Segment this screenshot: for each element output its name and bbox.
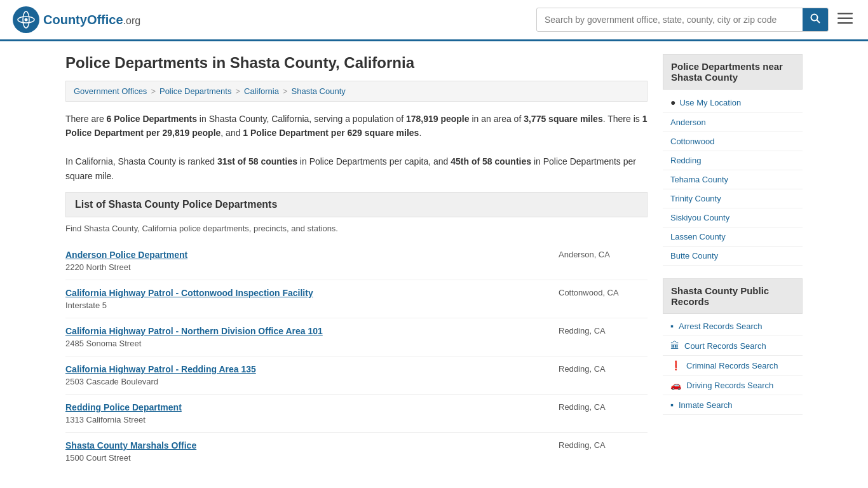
table-row: California Highway Patrol - Northern Div… bbox=[65, 318, 648, 356]
sidebar-nearby-link[interactable]: Siskiyou County bbox=[663, 208, 803, 227]
dept-info: Redding Police Department 1313 Californi… bbox=[65, 402, 182, 424]
sidebar-nearby-section: Police Departments near Shasta County ● … bbox=[663, 54, 803, 266]
table-row: California Highway Patrol - Cottonwood I… bbox=[65, 280, 648, 318]
dept-city: Redding, CA bbox=[559, 364, 648, 374]
court-icon: 🏛 bbox=[670, 341, 679, 351]
list-section-header: List of Shasta County Police Departments bbox=[65, 192, 648, 217]
use-location-label: Use My Location bbox=[679, 98, 741, 107]
dept-name-link[interactable]: Shasta County Marshals Office bbox=[65, 440, 196, 451]
search-bar bbox=[536, 8, 829, 32]
dept-address: 1313 California Street bbox=[65, 415, 146, 424]
description-block: There are 6 Police Departments in Shasta… bbox=[65, 112, 648, 183]
dept-name-link[interactable]: California Highway Patrol - Cottonwood I… bbox=[65, 288, 313, 298]
sidebar-nearby-link[interactable]: Anderson bbox=[663, 113, 803, 132]
list-section-subtitle: Find Shasta County, California police de… bbox=[65, 224, 648, 233]
criminal-icon: ❗ bbox=[670, 360, 681, 370]
sidebar-record-link[interactable]: ❗ Criminal Records Search bbox=[663, 356, 803, 376]
dept-name-link[interactable]: California Highway Patrol - Redding Area… bbox=[65, 364, 256, 374]
svg-rect-6 bbox=[837, 13, 853, 15]
dept-info: Anderson Police Department 2220 North St… bbox=[65, 250, 187, 272]
bold-rank2: 45th of 58 counties bbox=[451, 156, 531, 166]
table-row: Anderson Police Department 2220 North St… bbox=[65, 242, 648, 280]
sidebar-record-link[interactable]: ▪ Inmate Search bbox=[663, 395, 803, 415]
sidebar: Police Departments near Shasta County ● … bbox=[663, 54, 803, 470]
bold-per-sq: 1 Police Department per 629 square miles bbox=[243, 128, 419, 138]
sidebar-nearby-link[interactable]: Butte County bbox=[663, 247, 803, 266]
bold-rank1: 31st of 58 counties bbox=[217, 156, 297, 166]
logo-area: CountyOffice.org bbox=[13, 6, 140, 33]
breadcrumb-sep-2: > bbox=[235, 86, 240, 96]
dept-city: Redding, CA bbox=[559, 402, 648, 412]
sidebar-nearby-link[interactable]: Cottonwood bbox=[663, 132, 803, 151]
breadcrumb-item-california[interactable]: California bbox=[244, 86, 279, 96]
breadcrumb-item-shasta[interactable]: Shasta County bbox=[292, 86, 346, 96]
search-button[interactable] bbox=[803, 8, 828, 31]
dept-city: Anderson, CA bbox=[559, 250, 648, 259]
page-title: Police Departments in Shasta County, Cal… bbox=[65, 54, 648, 72]
svg-point-4 bbox=[811, 15, 818, 21]
table-row: California Highway Patrol - Redding Area… bbox=[65, 356, 648, 395]
search-input[interactable] bbox=[537, 10, 803, 30]
nearby-links-container: AndersonCottonwoodReddingTehama CountyTr… bbox=[663, 113, 803, 266]
bold-count: 6 Police Departments bbox=[107, 114, 197, 124]
arrest-icon: ▪ bbox=[670, 321, 674, 331]
bold-pop: 178,919 people bbox=[406, 114, 470, 124]
svg-rect-7 bbox=[837, 18, 853, 20]
inmate-icon: ▪ bbox=[670, 400, 674, 410]
sidebar-record-link[interactable]: 🏛 Court Records Search bbox=[663, 336, 803, 356]
dept-name-link[interactable]: Redding Police Department bbox=[65, 402, 182, 412]
dept-name-link[interactable]: California Highway Patrol - Northern Div… bbox=[65, 326, 323, 336]
menu-button[interactable] bbox=[835, 9, 855, 30]
dept-address: 2503 Cascade Boulevard bbox=[65, 377, 158, 386]
dept-city: Cottonwood, CA bbox=[559, 288, 648, 297]
driving-icon: 🚗 bbox=[670, 380, 681, 390]
use-my-location[interactable]: ● Use My Location bbox=[663, 92, 803, 113]
dept-info: California Highway Patrol - Redding Area… bbox=[65, 364, 256, 386]
content-area: Police Departments in Shasta County, Cal… bbox=[65, 54, 648, 470]
dept-name-link[interactable]: Anderson Police Department bbox=[65, 250, 187, 260]
location-icon: ● bbox=[670, 97, 675, 107]
table-row: Redding Police Department 1313 Californi… bbox=[65, 395, 648, 433]
bold-area: 3,775 square miles bbox=[524, 114, 603, 124]
dept-address: Interstate 5 bbox=[65, 301, 107, 310]
breadcrumb-sep-3: > bbox=[283, 86, 288, 96]
logo-icon bbox=[13, 6, 39, 33]
site-header: CountyOffice.org bbox=[0, 0, 868, 41]
description-para-1: There are 6 Police Departments in Shasta… bbox=[65, 112, 648, 140]
dept-info: California Highway Patrol - Northern Div… bbox=[65, 326, 323, 348]
sidebar-record-link[interactable]: ▪ Arrest Records Search bbox=[663, 316, 803, 336]
breadcrumb-item-gov[interactable]: Government Offices bbox=[74, 86, 147, 96]
dept-city: Redding, CA bbox=[559, 440, 648, 450]
sidebar-nearby-link[interactable]: Tehama County bbox=[663, 170, 803, 189]
dept-address: 2220 North Street bbox=[65, 262, 131, 272]
sidebar-nearby-link[interactable]: Trinity County bbox=[663, 189, 803, 208]
breadcrumb: Government Offices > Police Departments … bbox=[65, 81, 648, 102]
table-row: Shasta County Marshals Office 1500 Court… bbox=[65, 433, 648, 470]
dept-city: Redding, CA bbox=[559, 326, 648, 336]
svg-point-3 bbox=[25, 18, 28, 22]
breadcrumb-sep-1: > bbox=[151, 86, 156, 96]
main-container: Police Departments in Shasta County, Cal… bbox=[53, 41, 815, 483]
records-links-container: ▪ Arrest Records Search🏛 Court Records S… bbox=[663, 316, 803, 415]
sidebar-nearby-title: Police Departments near Shasta County bbox=[663, 54, 803, 90]
dept-info: California Highway Patrol - Cottonwood I… bbox=[65, 288, 313, 310]
sidebar-record-link[interactable]: 🚗 Driving Records Search bbox=[663, 376, 803, 395]
sidebar-records-title: Shasta County Public Records bbox=[663, 278, 803, 314]
sidebar-nearby-link[interactable]: Lassen County bbox=[663, 227, 803, 247]
dept-address: 2485 Sonoma Street bbox=[65, 339, 141, 348]
breadcrumb-item-police[interactable]: Police Departments bbox=[159, 86, 231, 96]
sidebar-nearby-link[interactable]: Redding bbox=[663, 151, 803, 170]
dept-info: Shasta County Marshals Office 1500 Court… bbox=[65, 440, 196, 463]
svg-line-5 bbox=[817, 20, 820, 24]
department-list: Anderson Police Department 2220 North St… bbox=[65, 242, 648, 470]
logo-text: CountyOffice.org bbox=[43, 13, 140, 27]
dept-address: 1500 Court Street bbox=[65, 453, 131, 463]
svg-rect-8 bbox=[837, 22, 853, 24]
sidebar-records-section: Shasta County Public Records ▪ Arrest Re… bbox=[663, 278, 803, 415]
description-para-2: In California, Shasta County is ranked 3… bbox=[65, 154, 648, 183]
header-right bbox=[536, 8, 855, 32]
